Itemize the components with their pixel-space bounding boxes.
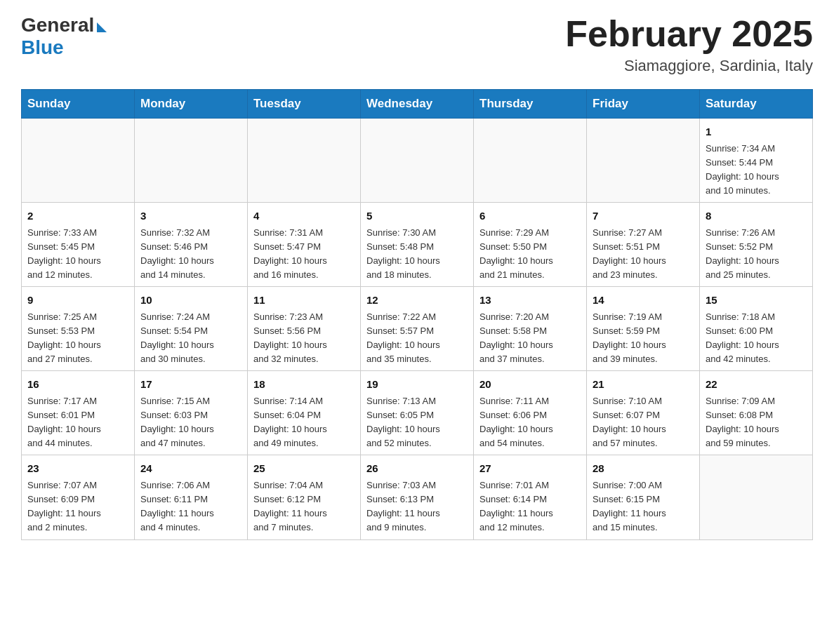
- day-info: Sunrise: 7:33 AM Sunset: 5:45 PM Dayligh…: [27, 227, 101, 280]
- calendar-cell: 9Sunrise: 7:25 AM Sunset: 5:53 PM Daylig…: [22, 287, 135, 371]
- day-info: Sunrise: 7:00 AM Sunset: 6:15 PM Dayligh…: [593, 480, 666, 532]
- calendar-week-row: 1Sunrise: 7:34 AM Sunset: 5:44 PM Daylig…: [22, 119, 813, 203]
- calendar-cell: 17Sunrise: 7:15 AM Sunset: 6:03 PM Dayli…: [135, 371, 248, 455]
- location-subtitle: Siamaggiore, Sardinia, Italy: [565, 57, 813, 75]
- day-info: Sunrise: 7:32 AM Sunset: 5:46 PM Dayligh…: [140, 227, 214, 280]
- calendar-cell: 28Sunrise: 7:00 AM Sunset: 6:15 PM Dayli…: [587, 455, 700, 539]
- calendar-cell: 13Sunrise: 7:20 AM Sunset: 5:58 PM Dayli…: [474, 287, 587, 371]
- day-number: 18: [253, 377, 355, 393]
- calendar-cell: 26Sunrise: 7:03 AM Sunset: 6:13 PM Dayli…: [361, 455, 474, 539]
- day-info: Sunrise: 7:19 AM Sunset: 5:59 PM Dayligh…: [593, 311, 666, 364]
- day-number: 28: [593, 461, 694, 477]
- column-header-monday: Monday: [135, 90, 248, 119]
- column-header-sunday: Sunday: [22, 90, 135, 119]
- calendar-cell: 22Sunrise: 7:09 AM Sunset: 6:08 PM Dayli…: [700, 371, 813, 455]
- day-number: 11: [253, 293, 355, 309]
- logo-arrow-icon: [97, 22, 107, 32]
- calendar-cell: 2Sunrise: 7:33 AM Sunset: 5:45 PM Daylig…: [22, 203, 135, 287]
- calendar-cell: 19Sunrise: 7:13 AM Sunset: 6:05 PM Dayli…: [361, 371, 474, 455]
- day-number: 26: [366, 461, 468, 477]
- calendar-cell: 7Sunrise: 7:27 AM Sunset: 5:51 PM Daylig…: [587, 203, 700, 287]
- day-number: 6: [479, 208, 581, 224]
- calendar-cell: 6Sunrise: 7:29 AM Sunset: 5:50 PM Daylig…: [474, 203, 587, 287]
- day-info: Sunrise: 7:26 AM Sunset: 5:52 PM Dayligh…: [706, 227, 779, 280]
- day-info: Sunrise: 7:07 AM Sunset: 6:09 PM Dayligh…: [27, 480, 101, 532]
- day-info: Sunrise: 7:20 AM Sunset: 5:58 PM Dayligh…: [479, 311, 553, 364]
- calendar-cell: 4Sunrise: 7:31 AM Sunset: 5:47 PM Daylig…: [248, 203, 361, 287]
- column-header-friday: Friday: [587, 90, 700, 119]
- day-info: Sunrise: 7:04 AM Sunset: 6:12 PM Dayligh…: [253, 480, 327, 532]
- calendar-cell: [587, 119, 700, 203]
- calendar-cell: 24Sunrise: 7:06 AM Sunset: 6:11 PM Dayli…: [135, 455, 248, 539]
- calendar-cell: 3Sunrise: 7:32 AM Sunset: 5:46 PM Daylig…: [135, 203, 248, 287]
- calendar-cell: [700, 455, 813, 539]
- calendar-week-row: 23Sunrise: 7:07 AM Sunset: 6:09 PM Dayli…: [22, 455, 813, 539]
- day-number: 24: [140, 461, 241, 477]
- day-number: 15: [706, 293, 807, 309]
- logo-blue-text: Blue: [21, 36, 64, 59]
- day-info: Sunrise: 7:11 AM Sunset: 6:06 PM Dayligh…: [479, 396, 553, 448]
- day-number: 8: [706, 208, 807, 224]
- calendar-cell: 15Sunrise: 7:18 AM Sunset: 6:00 PM Dayli…: [700, 287, 813, 371]
- day-info: Sunrise: 7:23 AM Sunset: 5:56 PM Dayligh…: [253, 311, 327, 364]
- calendar-table: SundayMondayTuesdayWednesdayThursdayFrid…: [21, 89, 813, 539]
- day-info: Sunrise: 7:24 AM Sunset: 5:54 PM Dayligh…: [140, 311, 214, 364]
- column-header-thursday: Thursday: [474, 90, 587, 119]
- calendar-cell: 23Sunrise: 7:07 AM Sunset: 6:09 PM Dayli…: [22, 455, 135, 539]
- day-info: Sunrise: 7:29 AM Sunset: 5:50 PM Dayligh…: [479, 227, 553, 280]
- day-number: 3: [140, 208, 241, 224]
- day-info: Sunrise: 7:27 AM Sunset: 5:51 PM Dayligh…: [593, 227, 666, 280]
- day-number: 20: [479, 377, 581, 393]
- day-number: 5: [366, 208, 468, 224]
- calendar-cell: [474, 119, 587, 203]
- calendar-cell: [135, 119, 248, 203]
- calendar-cell: 11Sunrise: 7:23 AM Sunset: 5:56 PM Dayli…: [248, 287, 361, 371]
- day-info: Sunrise: 7:09 AM Sunset: 6:08 PM Dayligh…: [706, 396, 779, 448]
- day-info: Sunrise: 7:03 AM Sunset: 6:13 PM Dayligh…: [366, 480, 440, 532]
- day-info: Sunrise: 7:25 AM Sunset: 5:53 PM Dayligh…: [27, 311, 101, 364]
- calendar-cell: 5Sunrise: 7:30 AM Sunset: 5:48 PM Daylig…: [361, 203, 474, 287]
- column-header-wednesday: Wednesday: [361, 90, 474, 119]
- day-info: Sunrise: 7:10 AM Sunset: 6:07 PM Dayligh…: [593, 396, 666, 448]
- calendar-week-row: 16Sunrise: 7:17 AM Sunset: 6:01 PM Dayli…: [22, 371, 813, 455]
- calendar-cell: [248, 119, 361, 203]
- day-info: Sunrise: 7:15 AM Sunset: 6:03 PM Dayligh…: [140, 396, 214, 448]
- column-header-tuesday: Tuesday: [248, 90, 361, 119]
- day-number: 10: [140, 293, 241, 309]
- calendar-cell: 1Sunrise: 7:34 AM Sunset: 5:44 PM Daylig…: [700, 119, 813, 203]
- day-info: Sunrise: 7:13 AM Sunset: 6:05 PM Dayligh…: [366, 396, 440, 448]
- calendar-cell: 20Sunrise: 7:11 AM Sunset: 6:06 PM Dayli…: [474, 371, 587, 455]
- day-info: Sunrise: 7:01 AM Sunset: 6:14 PM Dayligh…: [479, 480, 553, 532]
- day-number: 13: [479, 293, 581, 309]
- calendar-cell: 8Sunrise: 7:26 AM Sunset: 5:52 PM Daylig…: [700, 203, 813, 287]
- calendar-cell: 27Sunrise: 7:01 AM Sunset: 6:14 PM Dayli…: [474, 455, 587, 539]
- day-number: 1: [706, 124, 807, 140]
- day-info: Sunrise: 7:31 AM Sunset: 5:47 PM Dayligh…: [253, 227, 327, 280]
- day-number: 2: [27, 208, 128, 224]
- day-info: Sunrise: 7:17 AM Sunset: 6:01 PM Dayligh…: [27, 396, 101, 448]
- logo-general-text: General: [21, 14, 94, 36]
- day-number: 19: [366, 377, 468, 393]
- day-info: Sunrise: 7:18 AM Sunset: 6:00 PM Dayligh…: [706, 311, 779, 364]
- column-header-saturday: Saturday: [700, 90, 813, 119]
- day-info: Sunrise: 7:34 AM Sunset: 5:44 PM Dayligh…: [706, 143, 779, 196]
- calendar-cell: [22, 119, 135, 203]
- calendar-cell: 16Sunrise: 7:17 AM Sunset: 6:01 PM Dayli…: [22, 371, 135, 455]
- day-number: 14: [593, 293, 694, 309]
- day-info: Sunrise: 7:30 AM Sunset: 5:48 PM Dayligh…: [366, 227, 440, 280]
- day-number: 21: [593, 377, 694, 393]
- day-number: 7: [593, 208, 694, 224]
- month-title: February 2025: [565, 14, 813, 54]
- logo: General Blue: [21, 14, 107, 59]
- calendar-header-row: SundayMondayTuesdayWednesdayThursdayFrid…: [22, 90, 813, 119]
- calendar-week-row: 2Sunrise: 7:33 AM Sunset: 5:45 PM Daylig…: [22, 203, 813, 287]
- calendar-cell: [361, 119, 474, 203]
- day-number: 4: [253, 208, 355, 224]
- day-number: 22: [706, 377, 807, 393]
- calendar-cell: 10Sunrise: 7:24 AM Sunset: 5:54 PM Dayli…: [135, 287, 248, 371]
- day-number: 12: [366, 293, 468, 309]
- calendar-cell: 14Sunrise: 7:19 AM Sunset: 5:59 PM Dayli…: [587, 287, 700, 371]
- page-header: General Blue February 2025 Siamaggiore, …: [21, 14, 813, 75]
- calendar-cell: 25Sunrise: 7:04 AM Sunset: 6:12 PM Dayli…: [248, 455, 361, 539]
- calendar-week-row: 9Sunrise: 7:25 AM Sunset: 5:53 PM Daylig…: [22, 287, 813, 371]
